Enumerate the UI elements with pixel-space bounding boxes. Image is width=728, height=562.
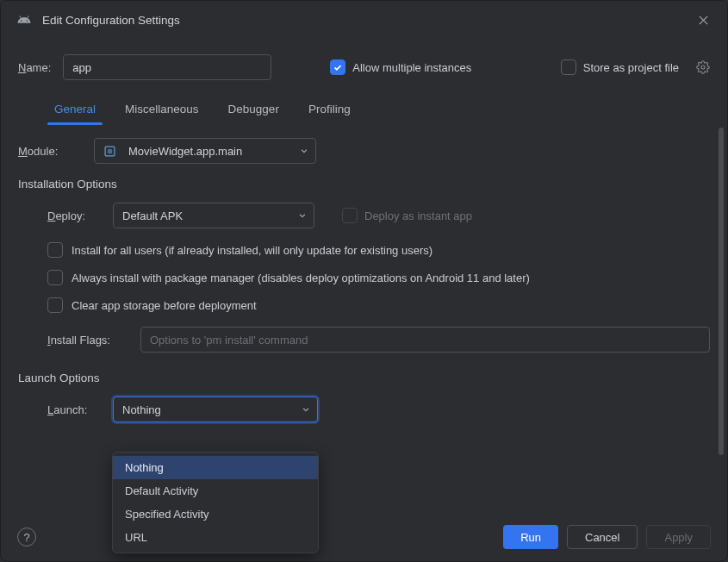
install-options-list: Install for all users (if already instal… bbox=[18, 242, 710, 313]
titlebar: Edit Configuration Settings bbox=[1, 1, 727, 39]
name-row: Name: Allow multiple instances Store as … bbox=[1, 39, 727, 96]
install-flags-label: Install Flags: bbox=[47, 334, 128, 347]
opt-clear-storage[interactable]: Clear app storage before deployment bbox=[47, 297, 710, 313]
deploy-instant-checkbox: Deploy as instant app bbox=[342, 208, 472, 223]
module-value: MovieWidget.app.main bbox=[128, 145, 293, 158]
tab-bar: General Miscellaneous Debugger Profiling bbox=[1, 96, 727, 124]
opt-label: Always install with package manager (dis… bbox=[72, 272, 530, 284]
tab-profiling[interactable]: Profiling bbox=[307, 96, 352, 124]
launch-dropdown: Nothing Default Activity Specified Activ… bbox=[112, 452, 319, 553]
module-select[interactable]: MovieWidget.app.main bbox=[94, 138, 316, 164]
opt-package-manager[interactable]: Always install with package manager (dis… bbox=[47, 270, 710, 285]
deploy-label: Deploy: bbox=[47, 209, 101, 222]
gear-icon[interactable] bbox=[696, 60, 710, 74]
installation-section-title: Installation Options bbox=[18, 178, 710, 190]
launch-label: Launch: bbox=[47, 403, 101, 416]
checkbox-icon bbox=[47, 242, 63, 258]
close-icon[interactable] bbox=[694, 11, 712, 28]
checkbox-icon bbox=[561, 59, 576, 75]
tab-debugger[interactable]: Debugger bbox=[227, 96, 281, 124]
dialog-title: Edit Configuration Settings bbox=[42, 14, 180, 27]
tab-general[interactable]: General bbox=[53, 96, 97, 124]
checkbox-icon bbox=[47, 297, 63, 313]
opt-label: Install for all users (if already instal… bbox=[72, 244, 432, 257]
android-icon bbox=[16, 12, 32, 28]
deploy-row: Deploy: Default APK Deploy as instant ap… bbox=[18, 203, 710, 228]
chevron-down-icon bbox=[302, 405, 310, 414]
store-project-label: Store as project file bbox=[583, 61, 679, 74]
store-project-checkbox[interactable]: Store as project file bbox=[561, 59, 679, 75]
checkbox-icon bbox=[342, 208, 358, 223]
deploy-instant-label: Deploy as instant app bbox=[364, 209, 472, 222]
cancel-button[interactable]: Cancel bbox=[567, 525, 638, 549]
content-pane: Module: MovieWidget.app.main Installatio… bbox=[1, 124, 727, 561]
launch-option-default-activity[interactable]: Default Activity bbox=[113, 479, 318, 503]
chevron-down-icon bbox=[300, 147, 308, 155]
allow-multiple-label: Allow multiple instances bbox=[352, 61, 471, 74]
launch-option-specified-activity[interactable]: Specified Activity bbox=[113, 503, 318, 526]
name-label: Name: bbox=[18, 61, 51, 74]
module-row: Module: MovieWidget.app.main bbox=[18, 138, 710, 164]
deploy-select[interactable]: Default APK bbox=[113, 203, 314, 228]
help-button[interactable]: ? bbox=[17, 528, 36, 546]
name-input[interactable] bbox=[63, 54, 271, 80]
launch-select[interactable]: Nothing bbox=[113, 397, 318, 422]
apply-button[interactable]: Apply bbox=[646, 525, 711, 549]
launch-section-title: Launch Options bbox=[18, 372, 710, 384]
svg-point-0 bbox=[701, 66, 705, 69]
vertical-scrollbar[interactable] bbox=[719, 128, 724, 509]
checkbox-checked-icon bbox=[330, 59, 345, 75]
install-flags-row: Install Flags: bbox=[18, 327, 710, 353]
launch-section: Launch Options Launch: Nothing bbox=[18, 372, 710, 422]
opt-install-all-users[interactable]: Install for all users (if already instal… bbox=[47, 242, 710, 258]
install-flags-input[interactable] bbox=[140, 327, 710, 353]
launch-row: Launch: Nothing bbox=[18, 397, 710, 422]
allow-multiple-checkbox[interactable]: Allow multiple instances bbox=[330, 59, 471, 75]
scrollbar-thumb[interactable] bbox=[719, 128, 724, 455]
module-label: Module: bbox=[18, 145, 82, 158]
launch-value: Nothing bbox=[122, 403, 295, 416]
deploy-value: Default APK bbox=[122, 209, 291, 222]
launch-option-url[interactable]: URL bbox=[113, 526, 318, 549]
run-button[interactable]: Run bbox=[503, 525, 558, 549]
svg-rect-2 bbox=[108, 148, 112, 153]
launch-option-nothing[interactable]: Nothing bbox=[113, 456, 318, 479]
dialog: Edit Configuration Settings Name: Allow … bbox=[0, 0, 728, 562]
tab-miscellaneous[interactable]: Miscellaneous bbox=[123, 96, 201, 124]
module-icon bbox=[103, 145, 116, 158]
chevron-down-icon bbox=[298, 211, 307, 220]
opt-label: Clear app storage before deployment bbox=[72, 299, 257, 312]
checkbox-icon bbox=[47, 270, 63, 285]
footer: ? Run Cancel Apply bbox=[0, 512, 728, 562]
